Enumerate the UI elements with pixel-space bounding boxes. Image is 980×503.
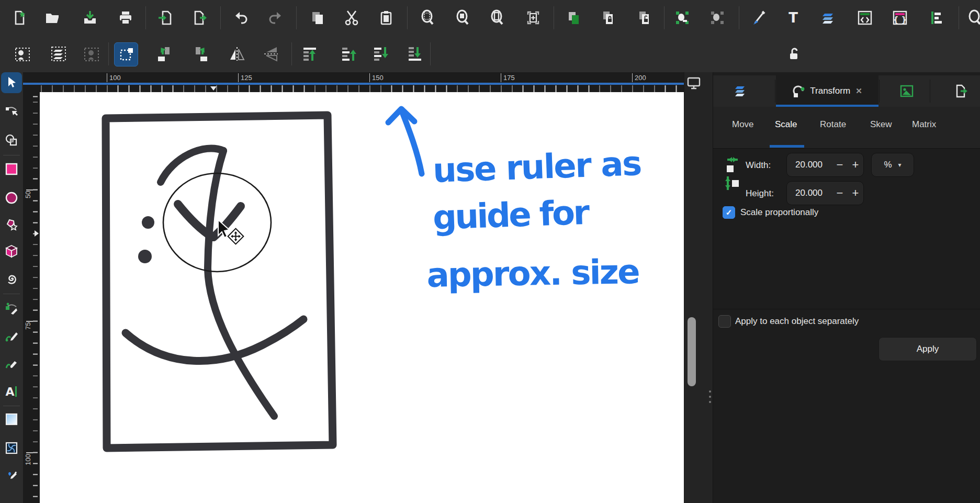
rotate-cw-icon[interactable] xyxy=(189,42,212,65)
save-icon[interactable] xyxy=(78,6,102,29)
export-icon[interactable] xyxy=(188,6,211,29)
width-value[interactable]: 20.000 xyxy=(787,160,832,170)
sketch-bottom-arc[interactable] xyxy=(126,319,303,361)
raise-icon[interactable] xyxy=(337,42,360,65)
tool-selector[interactable] xyxy=(1,72,22,93)
height-plus-button[interactable]: + xyxy=(848,186,863,200)
horizontal-ruler[interactable]: 100 125 150 175 200 xyxy=(23,72,684,92)
horizontal-scale-icon xyxy=(725,155,740,174)
apply-each-label[interactable]: Apply to each object separately xyxy=(735,316,859,327)
display-mode-icon[interactable] xyxy=(686,76,701,90)
align-dialog-icon[interactable] xyxy=(925,6,948,29)
cursor-position-marker xyxy=(210,86,217,91)
vertical-ruler[interactable]: 50 75 100 xyxy=(23,92,40,503)
objects-dialog-icon[interactable]: { } xyxy=(888,6,911,29)
lower-to-bottom-icon[interactable] xyxy=(403,42,426,65)
deselect-icon[interactable] xyxy=(80,42,103,65)
tab-scale[interactable]: Scale xyxy=(775,119,797,130)
tab-move[interactable]: Move xyxy=(732,119,754,130)
width-plus-button[interactable]: + xyxy=(848,158,863,172)
sketch-dot[interactable] xyxy=(138,250,152,263)
tool-ellipse[interactable] xyxy=(1,187,22,208)
layers-dialog-icon[interactable] xyxy=(817,6,840,29)
apply-button[interactable]: Apply xyxy=(878,337,977,361)
new-document-icon[interactable] xyxy=(8,6,31,29)
import-icon[interactable] xyxy=(153,6,176,29)
tool-node-editor[interactable] xyxy=(1,101,22,122)
toggle-selection-cue-button[interactable] xyxy=(114,42,138,66)
tool-spiral[interactable] xyxy=(1,269,22,289)
dock-tab-separator xyxy=(879,80,880,103)
group-icon[interactable] xyxy=(671,6,694,29)
tool-shape-builder[interactable] xyxy=(1,130,22,151)
canvas-scroll-strip xyxy=(684,72,713,503)
lock-ratio-icon[interactable] xyxy=(783,42,806,65)
zoom-selection-icon[interactable] xyxy=(416,6,439,29)
open-document-icon[interactable] xyxy=(41,6,64,29)
tool-calligraphy[interactable] xyxy=(1,353,22,374)
copy-icon[interactable] xyxy=(306,6,329,29)
cut-icon[interactable] xyxy=(340,6,363,29)
lower-icon[interactable] xyxy=(369,42,392,65)
fill-stroke-icon[interactable] xyxy=(748,6,771,29)
duplicate-icon[interactable] xyxy=(562,6,585,29)
ruler-major-tick xyxy=(26,452,33,453)
rotate-ccw-icon[interactable] xyxy=(153,42,176,65)
cursor-position-marker xyxy=(35,230,39,237)
tool-text[interactable]: A xyxy=(1,381,22,402)
dock-tab-export[interactable] xyxy=(953,83,970,99)
zoom-drawing-icon[interactable] xyxy=(451,6,474,29)
flip-vertical-icon[interactable] xyxy=(260,42,283,65)
tool-pen-bezier[interactable] xyxy=(1,298,22,319)
dock-tab-layers[interactable] xyxy=(732,83,749,99)
clone-lock-icon[interactable] xyxy=(597,6,620,29)
apply-each-checkbox[interactable]: ✓ xyxy=(718,315,731,328)
tab-skew[interactable]: Skew xyxy=(870,119,892,130)
height-minus-button[interactable]: − xyxy=(832,186,848,200)
zoom-page-fit-icon[interactable] xyxy=(522,6,545,29)
undo-icon[interactable] xyxy=(229,6,252,29)
ungroup-icon[interactable] xyxy=(706,6,729,29)
flip-horizontal-icon[interactable] xyxy=(226,42,249,65)
dock-tab-export-png[interactable] xyxy=(898,83,915,99)
height-field[interactable]: 20.000 − + xyxy=(786,181,864,205)
tab-matrix[interactable]: Matrix xyxy=(912,119,936,130)
dock-tab-transform[interactable]: Transform ✕ xyxy=(776,75,878,107)
scale-proportionally-checkbox[interactable]: ✓ xyxy=(723,206,735,219)
width-minus-button[interactable]: − xyxy=(832,158,848,172)
sketch-dot[interactable] xyxy=(142,216,154,229)
close-icon[interactable]: ✕ xyxy=(854,86,862,96)
width-field[interactable]: 20.000 − + xyxy=(786,153,864,177)
unlink-clone-icon[interactable] xyxy=(633,6,656,29)
canvas[interactable]: use ruler as guide for approx. size xyxy=(40,92,684,503)
vertical-scrollbar-thumb[interactable] xyxy=(688,317,696,386)
tab-rotate[interactable]: Rotate xyxy=(820,119,846,130)
select-all-icon[interactable] xyxy=(11,42,34,65)
sketch-leaf-stem[interactable] xyxy=(208,151,274,416)
tool-paint-bucket-partial[interactable] xyxy=(1,494,22,503)
annotation-text[interactable]: use ruler as guide for approx. size xyxy=(426,144,643,295)
select-all-layers-icon[interactable] xyxy=(47,42,70,65)
tool-star[interactable] xyxy=(1,215,22,236)
ruler-label: 150 xyxy=(369,73,384,82)
scale-proportionally-label[interactable]: Scale proportionally xyxy=(740,207,818,218)
active-tab-underline xyxy=(770,145,804,148)
zoom-page-icon[interactable] xyxy=(486,6,509,29)
xml-editor-icon[interactable] xyxy=(853,6,876,29)
height-value[interactable]: 20.000 xyxy=(787,188,832,198)
tool-3dbox[interactable] xyxy=(1,241,22,262)
print-icon[interactable] xyxy=(114,6,137,29)
scale-unit-value: % xyxy=(884,160,892,170)
text-dialog-icon[interactable]: T xyxy=(782,6,805,29)
tool-gradient[interactable] xyxy=(1,409,22,430)
redo-icon[interactable] xyxy=(264,6,287,29)
find-icon[interactable] xyxy=(964,6,980,29)
tool-mesh-gradient[interactable] xyxy=(1,438,22,459)
scale-unit-dropdown[interactable]: % ▾ xyxy=(871,153,914,177)
paste-icon[interactable] xyxy=(375,6,398,29)
tool-dropper[interactable] xyxy=(1,466,22,487)
tool-pencil[interactable] xyxy=(1,326,22,346)
tool-rectangle[interactable] xyxy=(1,159,22,180)
raise-to-top-icon[interactable] xyxy=(298,42,321,65)
panel-resize-handle[interactable] xyxy=(709,387,712,406)
